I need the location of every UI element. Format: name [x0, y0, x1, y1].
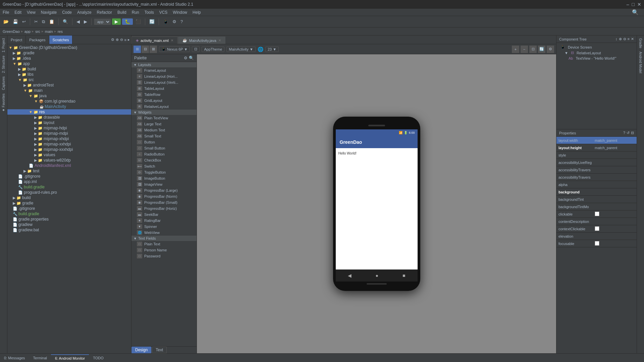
zoom-in-btn[interactable]: +	[512, 46, 519, 53]
tree-item-mainactivity[interactable]: ☕ MainActivity	[7, 104, 131, 109]
palette-item-relativelayout[interactable]: R RelativeLayout	[131, 104, 197, 110]
tree-item-libs[interactable]: ▶ 📁 libs	[7, 72, 131, 77]
tree-item-test[interactable]: ▶ 📁 test	[7, 168, 131, 174]
zoom-fit-btn[interactable]: ⊡	[192, 46, 200, 52]
tree-item-gitignore-app[interactable]: 📄 .gitignore	[7, 174, 131, 179]
zoom-out-btn[interactable]: −	[521, 46, 528, 53]
prop-value-clickable[interactable]	[593, 211, 637, 218]
device-dropdown[interactable]: 📱 Nexus 6P ▼	[159, 46, 190, 52]
toolbar-copy[interactable]: ⧉	[41, 18, 46, 25]
breadcrumb-main[interactable]: main	[45, 29, 53, 34]
editor-tab-activity-main[interactable]: ◈ activity_main.xml ✕	[131, 37, 178, 44]
editor-tab-mainactivity[interactable]: ☕ MainActivity.java ✕	[178, 37, 225, 44]
tree-item-androidtest[interactable]: ▶ 📁 androidTest	[7, 82, 131, 88]
view-design-btn[interactable]: ⊞	[133, 46, 141, 53]
palette-item-smalltext[interactable]: Ab Small Text	[131, 133, 197, 139]
menu-help[interactable]: Help	[190, 10, 204, 15]
comp-tree-expand-icon[interactable]: ⊕	[619, 37, 622, 41]
tree-item-gitignore-root[interactable]: 📄 .gitignore	[7, 206, 131, 211]
comp-tree-settings-icon[interactable]: ≡	[628, 37, 630, 41]
prop-value-context-clickable[interactable]	[593, 226, 637, 232]
palette-item-switch[interactable]: ⟵ Switch	[131, 163, 197, 169]
comp-tree-collapse-icon[interactable]: ⊖	[623, 37, 626, 41]
menu-code[interactable]: Code	[59, 10, 74, 15]
close-tab-mainactivity[interactable]: ✕	[218, 39, 221, 42]
palette-item-progressbar-norm[interactable]: ◉ ProgressBar (Norm)	[131, 193, 197, 199]
tree-item-idea[interactable]: ▶ 📁 .idea	[7, 56, 131, 61]
palette-item-spinner[interactable]: ▼ Spinner	[131, 224, 197, 230]
avd-button[interactable]: 📱	[162, 18, 170, 25]
panel-collapse-icon[interactable]: ⊖	[120, 38, 123, 42]
menu-build[interactable]: Build	[115, 10, 129, 15]
comp-tree-more-icon[interactable]: ✕	[631, 37, 634, 41]
menu-run[interactable]: Run	[129, 10, 142, 15]
maximize-button[interactable]: □	[632, 2, 635, 7]
menu-tools[interactable]: Tools	[142, 10, 157, 15]
palette-item-tablelayout[interactable]: ⊞ TableLayout	[131, 85, 197, 92]
palette-item-seekbar[interactable]: ▬ SeekBar	[131, 212, 197, 218]
tree-item-gradle[interactable]: ▶ 📁 .gradle	[7, 50, 131, 56]
palette-item-tablerow[interactable]: ⊟ TableRow	[131, 92, 197, 98]
close-tab-activity-main[interactable]: ✕	[171, 39, 173, 42]
palette-item-password[interactable]: □ Password	[131, 253, 197, 259]
breadcrumb-greendao[interactable]: GreenDao	[3, 29, 20, 34]
breadcrumb-res[interactable]: res	[58, 29, 63, 34]
toolbar-back[interactable]: ◀	[75, 18, 81, 25]
sidebar-icon-android-model[interactable]: Android Model	[639, 50, 642, 74]
bottom-tab-messages[interactable]: 0: Messages	[0, 355, 29, 361]
clickable-checkbox[interactable]	[595, 212, 599, 216]
palette-item-linearlayout-h[interactable]: ≡ LinearLayout (Hori...	[131, 73, 197, 79]
palette-item-gridlayout[interactable]: ⊠ GridLayout	[131, 98, 197, 104]
sidebar-icon-gradle[interactable]: Gradle	[639, 37, 642, 50]
palette-item-smallbutton[interactable]: □ Small Button	[131, 145, 197, 151]
properties-filter-icon[interactable]: ⊟	[631, 131, 634, 135]
tree-item-layout[interactable]: ▶ 📁 layout	[7, 120, 131, 125]
toolbar-undo[interactable]: ↩	[21, 18, 27, 25]
tree-item-mipmap-hdpi[interactable]: ▶ 📁 mipmap-hdpi	[7, 125, 131, 131]
tab-project[interactable]: Project	[7, 36, 26, 44]
comp-tree-textview[interactable]: Ab TextView - "Hello World!"	[558, 56, 635, 61]
focusable-checkbox[interactable]	[595, 241, 599, 246]
sidebar-icon-favorites[interactable]: ★ Favorites	[2, 92, 5, 113]
zoom-fit-canvas-btn[interactable]: ⊡	[529, 46, 537, 53]
palette-item-framelayout[interactable]: F FrameLayout	[131, 67, 197, 73]
tab-packages[interactable]: Packages	[26, 36, 49, 44]
refresh-btn[interactable]: 🔄	[538, 46, 545, 53]
comp-tree-sort-icon[interactable]: ↕	[615, 37, 618, 41]
prop-value-accessibility-travers2[interactable]	[593, 177, 637, 178]
toolbar-search[interactable]: 🔍	[61, 18, 69, 25]
theme-dropdown[interactable]: AppTheme	[202, 47, 224, 52]
sidebar-icon-structure[interactable]: 2: Structure	[2, 54, 5, 74]
view-blueprint-btn[interactable]: ⊟	[142, 46, 149, 53]
toolbar-save[interactable]: 💾	[11, 18, 19, 25]
toolbar-paste[interactable]: 📋	[48, 18, 56, 25]
context-clickable-checkbox[interactable]	[595, 226, 599, 231]
view-both-btn[interactable]: ⊠	[150, 46, 157, 53]
palette-item-webview[interactable]: 🌐 WebView	[131, 230, 197, 236]
prop-value-elevation[interactable]	[593, 236, 637, 237]
toolbar-forward[interactable]: ▶	[83, 18, 89, 25]
palette-item-ratingbar[interactable]: ★ RatingBar	[131, 218, 197, 224]
search-icon[interactable]: 🔍	[629, 9, 641, 15]
tree-item-gradlew-bat[interactable]: 📄 gradlew.bat	[7, 227, 131, 233]
prop-value-content-desc[interactable]	[593, 221, 637, 222]
sync-button[interactable]: 🔄	[148, 18, 156, 25]
palette-item-largetext[interactable]: Ab Large Text	[131, 121, 197, 127]
tree-item-drawable[interactable]: ▶ 📁 drawable	[7, 115, 131, 120]
palette-item-mediumtext[interactable]: Ab Medium Text	[131, 127, 197, 133]
settings-btn[interactable]: ⚙	[547, 46, 554, 53]
tree-item-src[interactable]: ▼ 📁 src	[7, 77, 131, 82]
tree-item-app[interactable]: ▼ 📁 app	[7, 61, 131, 66]
panel-expand-icon[interactable]: ⊕	[116, 38, 119, 42]
palette-item-togglebutton[interactable]: ⊙ ToggleButton	[131, 169, 197, 175]
tree-item-mipmap-xxhdpi[interactable]: ▶ 📁 mipmap-xxhdpi	[7, 141, 131, 147]
run-button[interactable]: ▶	[112, 18, 121, 25]
panel-settings-icon[interactable]: ⚙	[111, 38, 114, 42]
tree-item-res[interactable]: ▼ 📁 res	[7, 109, 131, 115]
tree-item-androidmanifest[interactable]: 📄 AndroidManifest.xml	[7, 163, 131, 168]
tree-item-gradlew[interactable]: 📄 gradlew	[7, 222, 131, 227]
tree-item-java[interactable]: ▼ 📁 java	[7, 93, 131, 99]
menu-view[interactable]: View	[24, 10, 38, 15]
palette-item-radiobutton[interactable]: ○ RadioButton	[131, 151, 197, 157]
palette-section-layouts[interactable]: ▼ Layouts	[131, 62, 197, 67]
